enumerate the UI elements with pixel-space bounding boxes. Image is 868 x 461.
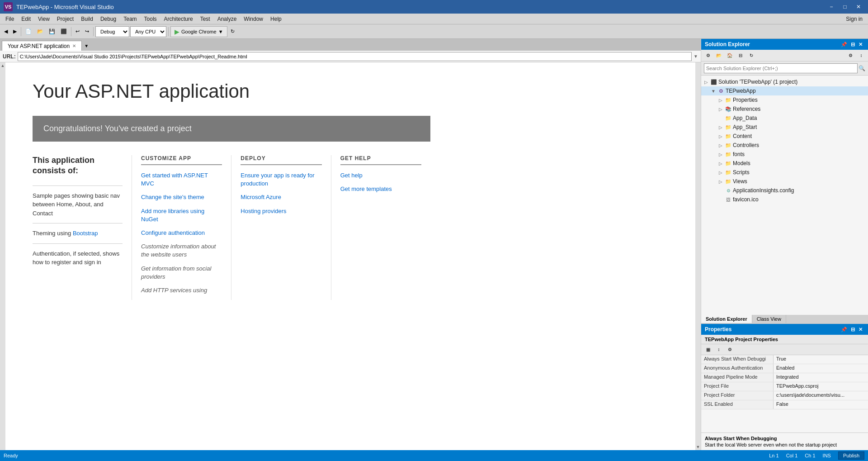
se-show-all-button[interactable]: 📂 bbox=[714, 51, 724, 60]
link-change-theme[interactable]: Change the site's theme bbox=[141, 193, 222, 201]
se-collapse-button[interactable]: ⊟ bbox=[736, 51, 745, 60]
se-toolbar: ⚙ 📂 🏠 ⊟ ↻ ⚙ ↕ bbox=[701, 50, 868, 62]
url-input[interactable] bbox=[18, 52, 692, 61]
prop-title-bar: Properties 📌 ⊟ ✕ bbox=[701, 324, 868, 335]
menu-edit[interactable]: Edit bbox=[18, 15, 34, 23]
link-get-help[interactable]: Get help bbox=[340, 171, 421, 180]
prop-dock-button[interactable]: ⊟ bbox=[849, 327, 857, 333]
menu-view[interactable]: View bbox=[34, 15, 53, 23]
prop-row-project-folder[interactable]: Project Folder c:\users\jade\documents\v… bbox=[701, 391, 868, 400]
tree-controllers[interactable]: ▷ 📁 Controllers bbox=[701, 141, 868, 150]
menu-window[interactable]: Window bbox=[240, 15, 267, 23]
link-hosting[interactable]: Hosting providers bbox=[241, 207, 321, 215]
menu-analyze[interactable]: Analyze bbox=[214, 15, 241, 23]
tab-asp-net[interactable]: Your ASP.NET application ✕ bbox=[2, 41, 82, 51]
link-customize-users[interactable]: Customize information about the website … bbox=[141, 242, 222, 259]
new-file-button[interactable]: 📄 bbox=[23, 26, 34, 38]
prop-header: TEPwebApp Project Properties bbox=[701, 335, 868, 344]
main-area: Your ASP.NET application ✕ ▼ URL: ▼ ▲ Yo… bbox=[0, 39, 868, 450]
prop-pin-button[interactable]: 📌 bbox=[839, 327, 849, 333]
tree-solution[interactable]: ▷ ⬛ Solution 'TEPwebApp' (1 project) bbox=[701, 77, 868, 86]
expand-solution-icon: ▷ bbox=[703, 80, 709, 85]
undo-button[interactable]: ↩ bbox=[73, 26, 82, 38]
prop-settings-button[interactable]: ⚙ bbox=[725, 345, 735, 354]
menu-build[interactable]: Build bbox=[77, 15, 97, 23]
link-ensure-ready[interactable]: Ensure your app is ready for production bbox=[241, 171, 321, 188]
prop-row-project-file[interactable]: Project File TEPwebApp.csproj bbox=[701, 382, 868, 391]
menu-debug[interactable]: Debug bbox=[97, 15, 120, 23]
link-http-services[interactable]: Add HTTP services using bbox=[141, 286, 222, 295]
prop-categories-button[interactable]: ▦ bbox=[703, 345, 713, 354]
close-button[interactable]: ✕ bbox=[853, 2, 864, 11]
save-button[interactable]: 💾 bbox=[47, 26, 57, 38]
scroll-down-arrow[interactable]: ▼ bbox=[695, 62, 701, 450]
close-tab-list-button[interactable]: ▼ bbox=[82, 41, 91, 51]
cpu-select[interactable]: Any CPU x86 x64 bbox=[130, 26, 166, 37]
prop-desc-title: Always Start When Debugging bbox=[705, 436, 864, 441]
prop-row-always-start[interactable]: Always Start When Debuggi True bbox=[701, 355, 868, 364]
run-button[interactable]: ▶ Google Chrome ▼ bbox=[170, 26, 227, 37]
se-properties-button[interactable]: ⚙ bbox=[703, 51, 713, 60]
web-preview[interactable]: Your ASP.NET application Congratulations… bbox=[5, 62, 695, 450]
tree-content[interactable]: ▷ 📁 Content bbox=[701, 132, 868, 141]
menu-project[interactable]: Project bbox=[53, 15, 77, 23]
se-sync-button[interactable]: ↕ bbox=[856, 51, 866, 60]
scroll-up-arrow[interactable]: ▲ bbox=[0, 62, 5, 450]
prop-row-anon-auth[interactable]: Anonymous Authentication Enabled bbox=[701, 364, 868, 373]
se-refresh-button[interactable]: ↻ bbox=[746, 51, 756, 60]
refresh-button[interactable]: ↻ bbox=[228, 26, 237, 38]
save-all-button[interactable]: ⬛ bbox=[58, 26, 69, 38]
left-col-heading: This application consists of: bbox=[33, 155, 123, 176]
open-button[interactable]: 📂 bbox=[35, 26, 46, 38]
se-search-input[interactable] bbox=[704, 63, 858, 73]
lower-section: This application consists of: Sample pag… bbox=[33, 155, 430, 300]
left-text-3: Authentication, if selected, shows how t… bbox=[33, 249, 123, 267]
minimize-button[interactable]: − bbox=[826, 2, 837, 11]
menu-file[interactable]: File bbox=[2, 15, 18, 23]
menu-team[interactable]: Team bbox=[120, 15, 140, 23]
se-dock-button[interactable]: ⊟ bbox=[849, 42, 857, 48]
se-home-button[interactable]: 🏠 bbox=[725, 51, 735, 60]
link-social-providers[interactable]: Get information from social providers bbox=[141, 265, 222, 281]
url-dropdown-icon[interactable]: ▼ bbox=[693, 54, 698, 59]
se-tab-class-view[interactable]: Class View bbox=[752, 315, 786, 323]
tree-scripts[interactable]: ▷ 📁 Scripts bbox=[701, 168, 868, 177]
tree-fonts[interactable]: ▷ 📁 fonts bbox=[701, 150, 868, 159]
tree-app-data[interactable]: 📁 App_Data bbox=[701, 114, 868, 123]
debug-mode-select[interactable]: Debug Release bbox=[95, 26, 129, 37]
restore-button[interactable]: □ bbox=[839, 2, 851, 11]
menu-tools[interactable]: Tools bbox=[141, 15, 160, 23]
menu-help[interactable]: Help bbox=[267, 15, 285, 23]
link-add-nuget[interactable]: Add more libraries using NuGet bbox=[141, 207, 222, 223]
link-get-started-asp[interactable]: Get started with ASP.NET MVC bbox=[141, 171, 222, 188]
references-icon: 📚 bbox=[725, 105, 732, 113]
prop-alphabetical-button[interactable]: ↕ bbox=[714, 345, 724, 354]
tree-properties[interactable]: ▷ 📁 Properties bbox=[701, 95, 868, 105]
se-close-button[interactable]: ✕ bbox=[857, 42, 864, 48]
tab-close-icon[interactable]: ✕ bbox=[72, 43, 76, 48]
redo-button[interactable]: ↪ bbox=[83, 26, 91, 38]
menu-test[interactable]: Test bbox=[197, 15, 214, 23]
link-azure[interactable]: Microsoft Azure bbox=[241, 193, 321, 201]
tree-references[interactable]: ▷ 📚 References bbox=[701, 105, 868, 114]
tree-project[interactable]: ▼ ⚙ TEPwebApp bbox=[701, 86, 868, 95]
tree-views[interactable]: ▷ 📁 Views bbox=[701, 177, 868, 186]
forward-button[interactable]: ▶ bbox=[11, 26, 19, 38]
link-configure-auth[interactable]: Configure authentication bbox=[141, 229, 222, 237]
tree-app-start[interactable]: ▷ 📁 App_Start bbox=[701, 123, 868, 132]
prop-close-button[interactable]: ✕ bbox=[857, 327, 864, 333]
prop-row-ssl[interactable]: SSL Enabled False bbox=[701, 400, 868, 409]
se-pin-button[interactable]: 📌 bbox=[839, 42, 849, 48]
tree-controllers-label: Controllers bbox=[733, 142, 759, 148]
se-filter-button[interactable]: ⚙ bbox=[845, 51, 855, 60]
link-get-templates[interactable]: Get more templates bbox=[340, 185, 421, 193]
menu-architecture[interactable]: Architecture bbox=[160, 15, 197, 23]
se-tab-solution-explorer[interactable]: Solution Explorer bbox=[701, 315, 752, 323]
tree-models[interactable]: ▷ 📁 Models bbox=[701, 159, 868, 168]
back-button[interactable]: ◀ bbox=[2, 26, 10, 38]
tree-appinsights[interactable]: ⚙ ApplicationInsights.config bbox=[701, 186, 868, 195]
prop-row-pipeline[interactable]: Managed Pipeline Mode Integrated bbox=[701, 373, 868, 382]
bootstrap-link[interactable]: Bootstrap bbox=[73, 230, 98, 237]
sign-in-button[interactable]: Sign in bbox=[842, 15, 866, 23]
tree-favicon[interactable]: 🖼 favicon.ico bbox=[701, 195, 868, 204]
